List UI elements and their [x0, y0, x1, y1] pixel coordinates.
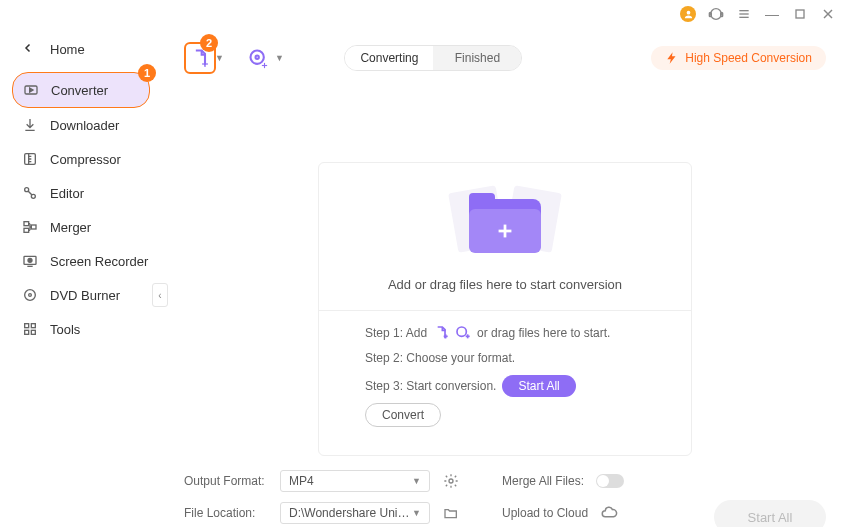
minimize-button[interactable]: — [764, 6, 780, 22]
panel: ▼ 2 ▼ Converting Finished High Speed Con… [178, 36, 832, 527]
step-badge-1: 1 [138, 64, 156, 82]
svg-rect-25 [31, 324, 35, 328]
avatar[interactable] [680, 6, 696, 22]
merge-toggle[interactable] [596, 474, 624, 488]
sidebar: Home Converter 1 Downloader Compressor [0, 28, 160, 527]
drop-area[interactable]: Add or drag files here to start conversi… [318, 162, 692, 456]
close-button[interactable] [820, 6, 836, 22]
screen-recorder-icon [22, 253, 38, 269]
svg-point-20 [28, 258, 32, 262]
svg-point-38 [457, 327, 466, 336]
editor-icon [22, 185, 38, 201]
dvd-burner-icon [22, 287, 38, 303]
start-all-button[interactable]: Start All [714, 500, 826, 527]
lightning-icon [665, 51, 679, 65]
merger-icon [22, 219, 38, 235]
svg-point-23 [29, 294, 32, 297]
output-format-label: Output Format: [184, 474, 268, 488]
maximize-button[interactable] [792, 6, 808, 22]
svg-marker-11 [30, 88, 33, 92]
svg-rect-26 [25, 330, 29, 334]
merge-label: Merge All Files: [502, 474, 584, 488]
upload-cloud-label: Upload to Cloud [502, 506, 588, 520]
sidebar-item-label: DVD Burner [50, 288, 120, 303]
output-format-select[interactable]: MP4▼ [280, 470, 430, 492]
add-file-button[interactable]: ▼ 2 [184, 42, 216, 74]
add-file-icon [433, 325, 449, 341]
cloud-icon[interactable] [600, 504, 618, 522]
sidebar-item-tools[interactable]: Tools [0, 312, 160, 346]
back-icon[interactable] [22, 40, 36, 58]
sidebar-item-label: Converter [51, 83, 108, 98]
tools-icon [22, 321, 38, 337]
step-2: Step 2: Choose your format. [365, 351, 645, 365]
plus-icon [494, 220, 516, 242]
chevron-down-icon: ▼ [275, 53, 284, 63]
svg-line-15 [28, 191, 32, 195]
convert-pill[interactable]: Convert [365, 403, 441, 427]
svg-point-22 [25, 290, 36, 301]
tabs: Converting Finished [344, 45, 522, 71]
svg-rect-18 [31, 225, 36, 229]
svg-rect-16 [24, 222, 29, 226]
add-dvd-icon [455, 325, 471, 341]
compressor-icon [22, 151, 38, 167]
downloader-icon [22, 117, 38, 133]
top-row: ▼ 2 ▼ Converting Finished High Speed Con… [178, 36, 832, 82]
drop-title: Add or drag files here to start conversi… [331, 277, 679, 292]
high-speed-conversion-button[interactable]: High Speed Conversion [651, 46, 826, 70]
sidebar-item-dvd-burner[interactable]: DVD Burner [0, 278, 160, 312]
sidebar-item-compressor[interactable]: Compressor [0, 142, 160, 176]
tab-converting[interactable]: Converting [345, 46, 433, 70]
sidebar-item-label: Compressor [50, 152, 121, 167]
svg-rect-27 [31, 330, 35, 334]
step-1: Step 1: Add or drag files here to start. [365, 325, 645, 341]
titlebar: — [0, 0, 850, 28]
svg-rect-17 [24, 228, 29, 232]
sidebar-item-screen-recorder[interactable]: Screen Recorder [0, 244, 160, 278]
svg-rect-24 [25, 324, 29, 328]
sidebar-item-label: Screen Recorder [50, 254, 148, 269]
collapse-sidebar-button[interactable]: ‹ [152, 283, 168, 307]
svg-point-1 [711, 9, 722, 20]
folder-illustration [445, 185, 565, 263]
svg-point-41 [449, 479, 453, 483]
sidebar-item-editor[interactable]: Editor [0, 176, 160, 210]
home-row[interactable]: Home [0, 34, 160, 72]
step-badge-2: 2 [200, 34, 218, 52]
sidebar-item-merger[interactable]: Merger [0, 210, 160, 244]
settings-gear-icon[interactable] [442, 472, 460, 490]
sidebar-item-label: Tools [50, 322, 80, 337]
sidebar-item-label: Downloader [50, 118, 119, 133]
content: ▼ 2 ▼ Converting Finished High Speed Con… [160, 28, 850, 527]
svg-point-0 [686, 10, 690, 14]
add-dvd-button[interactable]: ▼ [242, 42, 274, 74]
file-location-label: File Location: [184, 506, 268, 520]
step-3: Step 3: Start conversion. Start All Conv… [365, 375, 645, 427]
menu-icon[interactable] [736, 6, 752, 22]
sidebar-item-converter[interactable]: Converter 1 [12, 72, 150, 108]
tab-finished[interactable]: Finished [433, 46, 521, 70]
home-label: Home [50, 42, 85, 57]
chevron-down-icon: ▼ [215, 53, 224, 63]
start-all-pill[interactable]: Start All [502, 375, 575, 397]
folder-open-icon[interactable] [442, 504, 460, 522]
svg-point-31 [256, 56, 259, 59]
converter-icon [23, 82, 39, 98]
svg-rect-7 [796, 10, 804, 18]
sidebar-item-downloader[interactable]: Downloader [0, 108, 160, 142]
high-speed-label: High Speed Conversion [685, 51, 812, 65]
sidebar-item-label: Merger [50, 220, 91, 235]
sidebar-item-label: Editor [50, 186, 84, 201]
support-icon[interactable] [708, 6, 724, 22]
footer: Output Format: MP4▼ Merge All Files: Fil… [178, 456, 832, 527]
file-location-select[interactable]: D:\Wondershare UniConverter 1▼ [280, 502, 430, 524]
